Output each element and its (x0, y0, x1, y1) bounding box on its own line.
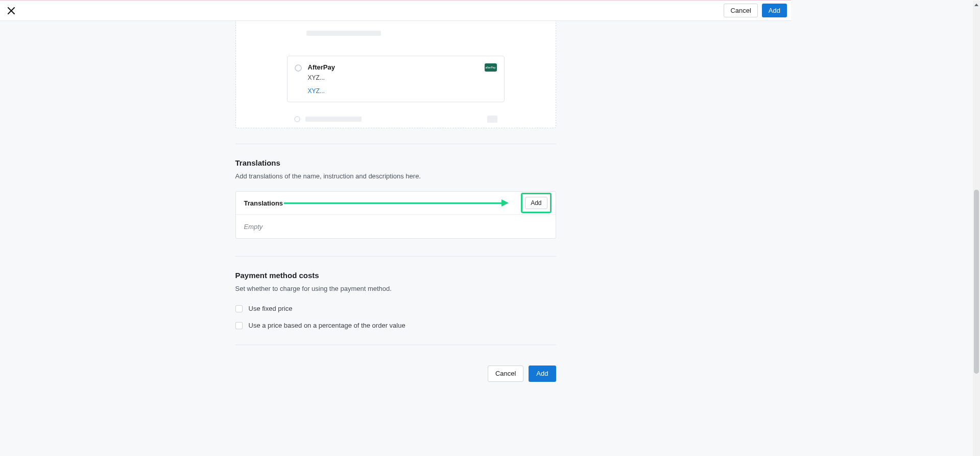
payment-method-card[interactable]: afterPay AfterPay XYZ... XYZ... (287, 56, 505, 102)
translations-add-button[interactable]: Add (525, 197, 547, 209)
scrollbar[interactable] (973, 1, 980, 456)
afterpay-badge-icon: afterPay (485, 63, 497, 72)
payment-method-link[interactable]: XYZ... (308, 87, 335, 95)
translations-card-header: Translations Add (236, 192, 556, 215)
translations-card-body: Empty (236, 215, 556, 238)
skeleton-line (305, 117, 362, 122)
skeleton-row-bottom (287, 107, 505, 128)
topbar: Cancel Add (0, 1, 791, 21)
translations-section: Translations Add translations of the nam… (235, 158, 556, 239)
preview-container: afterPay AfterPay XYZ... XYZ... (235, 21, 556, 128)
content-column: afterPay AfterPay XYZ... XYZ... (235, 21, 556, 413)
skeleton-badge (487, 116, 497, 123)
fixed-price-row: Use fixed price (235, 305, 556, 312)
divider (235, 256, 556, 257)
arrow-head-icon (501, 199, 509, 207)
topbar-cancel-button[interactable]: Cancel (724, 4, 757, 18)
arrow-annotation (284, 201, 509, 205)
scrollbar-thumb[interactable] (974, 190, 979, 374)
translations-section-desc: Add translations of the name, instructio… (235, 172, 556, 180)
preview-inner: afterPay AfterPay XYZ... XYZ... (236, 21, 556, 128)
translations-card: Translations Add Empty (235, 191, 556, 239)
translations-add-wrap: Add (525, 197, 547, 209)
translations-section-title: Translations (235, 158, 556, 167)
page-root: Cancel Add afterPay AfterPay (0, 0, 791, 413)
bottom-add-button[interactable]: Add (529, 366, 556, 382)
divider (235, 345, 556, 345)
payment-method-texts: AfterPay XYZ... XYZ... (308, 63, 335, 95)
arrow-line (284, 202, 501, 204)
divider (235, 144, 556, 144)
translations-empty-text: Empty (244, 223, 263, 231)
payment-method-radio[interactable] (295, 64, 302, 72)
afterpay-badge-text: afterPay (485, 66, 495, 69)
topbar-left (4, 7, 15, 15)
payment-method-head: AfterPay XYZ... XYZ... (295, 63, 497, 95)
skeleton-row-top (287, 21, 505, 45)
payment-method-name: AfterPay (308, 63, 335, 71)
close-icon[interactable] (7, 7, 15, 15)
skeleton-line (306, 31, 381, 36)
payment-costs-desc: Set whether to charge for using the paym… (235, 285, 556, 292)
payment-costs-title: Payment method costs (235, 271, 556, 280)
bottom-cancel-button[interactable]: Cancel (488, 366, 523, 382)
skeleton-radio (294, 116, 300, 122)
payment-method-desc: XYZ... (308, 74, 335, 81)
topbar-right: Cancel Add (724, 4, 787, 18)
percent-price-row: Use a price based on a percentage of the… (235, 322, 556, 329)
fixed-price-label: Use fixed price (249, 305, 293, 312)
payment-costs-section: Payment method costs Set whether to char… (235, 271, 556, 329)
bottom-actions: Cancel Add (235, 366, 556, 413)
topbar-add-button[interactable]: Add (762, 4, 787, 18)
scroll-up-icon[interactable] (973, 2, 980, 8)
skeleton-left (294, 116, 362, 122)
translations-card-title: Translations (244, 199, 283, 207)
percent-price-checkbox[interactable] (235, 322, 243, 329)
fixed-price-checkbox[interactable] (235, 305, 243, 312)
percent-price-label: Use a price based on a percentage of the… (249, 322, 405, 329)
